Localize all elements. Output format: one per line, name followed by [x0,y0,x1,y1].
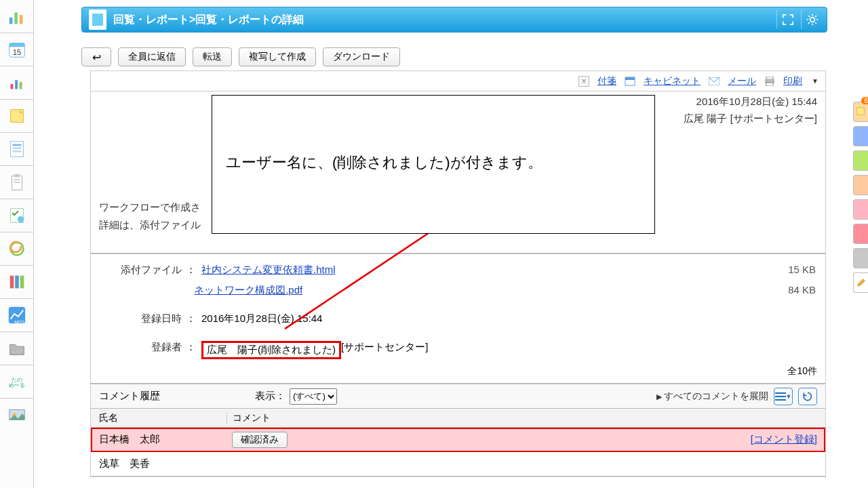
rail-icon-sync[interactable] [0,232,34,265]
svg-rect-7 [15,80,18,89]
page-header: 回覧・レポート > 回覧・レポートの詳細 [81,7,827,33]
display-filter-select[interactable]: (すべて) [290,388,337,405]
comment-panel: コメント履歴 表示： (すべて) ▶すべてのコメントを展開 ▼ 氏名 コメント … [91,383,825,476]
register-comment-link[interactable]: [コメント登録] [751,433,817,446]
left-app-rail: 15 NEO たのめ〜る [0,0,34,488]
comment-row-name: 浅草 美香 [91,458,226,470]
panel-linkbar: × 付箋 キャビネット メール 印刷▼ [91,71,825,92]
svg-rect-36 [766,77,773,79]
rail-icon-books[interactable] [0,266,34,298]
confirmed-button[interactable]: 確認済み [232,432,288,448]
close-icon[interactable]: × [578,76,589,87]
svg-rect-8 [20,82,22,89]
rail-icon-clipboard[interactable] [0,166,34,199]
mail-link[interactable]: メール [728,75,756,87]
comment-row-2: 浅草 美香 [91,452,825,476]
right-tab-peach[interactable] [853,175,868,195]
fullscreen-icon[interactable] [776,10,798,29]
svg-rect-21 [10,276,14,289]
registered-user-row: 登録者： 広尾 陽子(削除されました) [サポートセンター] [100,341,816,361]
comment-row-name: 日本橋 太郎 [91,433,226,446]
rail-icon-graph[interactable] [0,66,34,99]
comment-history-title: コメント履歴 [99,390,160,403]
svg-rect-15 [14,174,20,178]
sticky-link[interactable]: 付箋 [597,75,616,87]
annotation-text: ユーザー名に、(削除されました)が付きます。 [226,154,542,171]
right-tab-blue[interactable] [853,126,868,146]
gear-icon[interactable] [801,10,823,29]
attachment-size-2: 84 KB [788,284,816,296]
mail-icon [709,77,719,85]
attachment-link-1[interactable]: 社内システム変更依頼書.html [201,264,336,277]
back-icon: ↩ [92,51,101,64]
right-tab-green[interactable] [853,150,868,171]
detail-fields: 添付ファイル： 社内システム変更依頼書.html 15 KB ネットワーク構成図… [91,254,825,363]
reply-all-button[interactable]: 全員に返信 [118,47,186,66]
svg-rect-41 [775,399,786,401]
attachment-link-2[interactable]: ネットワーク構成図.pdf [194,284,302,297]
svg-rect-40 [775,396,786,397]
body-line-2: 詳細は、添付ファイル [99,219,201,230]
print-icon [764,77,775,86]
registered-date-label: 登録日時 [100,312,182,325]
comment-column-header: 氏名 コメント [91,409,825,428]
right-color-tabs: 6 [853,102,868,297]
right-tab-badge: 6 [861,97,868,104]
rail-icon-calendar[interactable]: 15 [0,33,34,66]
body-line-1: ワークフローで作成さ [99,201,201,213]
registered-user-dept: [サポートセンター] [341,341,428,354]
report-app-icon [89,9,106,30]
svg-rect-11 [12,144,21,146]
svg-rect-23 [20,276,24,289]
svg-rect-13 [12,150,21,152]
svg-rect-34 [625,77,635,80]
svg-rect-22 [15,276,19,289]
attachment-row-1: 添付ファイル： 社内システム変更依頼書.html 15 KB [100,264,816,284]
forward-button[interactable]: 転送 [193,47,232,66]
attachment-size-1: 15 KB [788,264,816,275]
svg-rect-0 [9,18,13,24]
display-label: 表示： [255,390,285,403]
rail-icon-app1[interactable]: たのめ〜る [0,365,34,398]
breadcrumb-page: 回覧・レポートの詳細 [195,13,304,27]
print-link[interactable]: 印刷 [783,75,802,87]
right-tab-edit[interactable] [853,272,868,293]
rail-icon-folder[interactable] [0,332,34,365]
breadcrumb-app: 回覧・レポート [113,13,189,27]
right-tab-red[interactable] [853,224,868,244]
back-button[interactable]: ↩ [81,47,111,66]
rail-icon-note[interactable] [0,100,34,132]
registered-user-value: 広尾 陽子(削除されました) [201,341,341,359]
svg-text:め〜る: め〜る [9,382,25,388]
expand-all-link[interactable]: ▶すべてのコメントを展開 [656,390,768,403]
registered-date-value: 2016年10月28日(金) 15:44 [201,312,322,325]
annotation-callout: ユーザー名に、(削除されました)が付きます。 [212,95,655,234]
cabinet-icon [625,77,635,86]
svg-rect-38 [766,83,773,86]
action-toolbar: ↩ 全員に返信 転送 複写して作成 ダウンロード [81,46,827,68]
rail-icon-photo[interactable] [0,399,34,431]
right-tab-notify[interactable]: 6 [853,102,868,122]
cabinet-link[interactable]: キャビネット [644,75,701,87]
svg-text:15: 15 [13,48,22,56]
right-tab-gray[interactable] [853,248,868,268]
list-view-icon[interactable]: ▼ [774,388,793,405]
svg-rect-4 [9,43,25,47]
rail-icon-trend[interactable]: NEO [0,299,34,331]
svg-point-19 [18,216,24,222]
svg-rect-17 [14,182,20,183]
svg-rect-2 [20,15,23,24]
download-button[interactable]: ダウンロード [323,47,400,66]
svg-point-31 [810,18,814,22]
refresh-icon[interactable] [798,388,817,405]
print-dropdown-arrow[interactable]: ▼ [812,77,818,85]
copy-create-button[interactable]: 複写して作成 [239,47,316,66]
registered-date-row: 登録日時： 2016年10月28日(金) 15:44 [100,312,816,333]
right-tab-pink[interactable] [853,199,868,220]
rail-icon-report[interactable] [0,133,34,165]
rail-icon-chart[interactable] [0,0,34,33]
rail-icon-checklist[interactable] [0,199,34,232]
svg-rect-16 [14,179,20,180]
total-count: 全10件 [91,363,825,383]
comment-header: コメント履歴 表示： (すべて) ▶すべてのコメントを展開 ▼ [91,384,825,409]
